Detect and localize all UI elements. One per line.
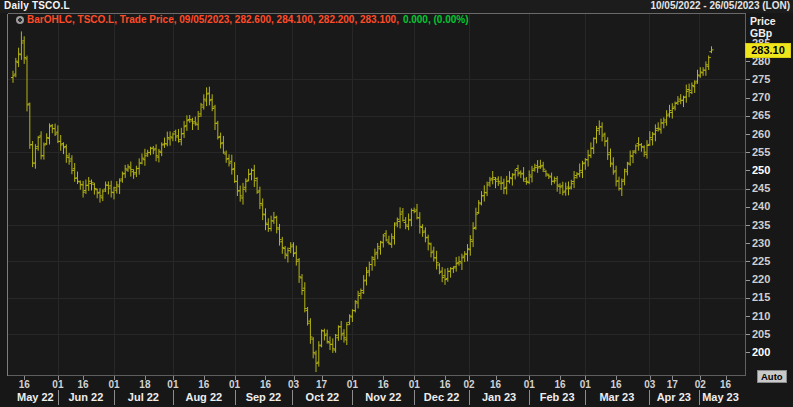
x-axis-day-tick: 17: [667, 379, 678, 390]
x-axis-month-label: May 23: [702, 391, 739, 403]
x-axis-day-tick: 16: [19, 379, 30, 390]
x-axis-day-tick: 01: [108, 379, 119, 390]
x-axis-month-label: Oct 22: [306, 391, 340, 403]
annotation-circle-icon: [16, 16, 24, 24]
x-axis-day-tick: 16: [554, 379, 565, 390]
x-axis-day-tick: 01: [229, 379, 240, 390]
y-axis-tick-label: 260: [752, 128, 770, 141]
y-axis-tick-label: 205: [752, 328, 770, 341]
x-axis-month-label: Feb 23: [540, 391, 575, 403]
x-axis-month-label: Jan 23: [482, 391, 516, 403]
y-axis-tick-label: 235: [752, 219, 770, 232]
y-axis-tick-label: 200: [752, 346, 770, 359]
x-axis-day-tick: 17: [316, 379, 327, 390]
x-axis-day-tick: 01: [52, 379, 63, 390]
title-bar: Daily TSCO.L 10/05/2022 - 26/05/2023 (LO…: [0, 0, 793, 13]
y-axis-tick-label: 255: [752, 146, 770, 159]
chart-legend[interactable]: BarOHLC, TSCO.L, Trade Price, 09/05/2023…: [16, 14, 469, 25]
x-axis-day-tick: 16: [260, 379, 271, 390]
x-axis-day-tick: 16: [720, 379, 731, 390]
x-axis-day-tick: 01: [524, 379, 535, 390]
x-axis-day-tick: 16: [378, 379, 389, 390]
y-axis-tick-label: 220: [752, 273, 770, 286]
x-axis-day-tick: 01: [167, 379, 178, 390]
x-axis-day-tick: 01: [580, 379, 591, 390]
x-axis-day-tick: 16: [78, 379, 89, 390]
chart-title: Daily TSCO.L: [4, 0, 70, 11]
legend-change-text: 0.000, (0.00%): [403, 14, 469, 25]
y-axis-tick-label: 270: [752, 91, 770, 104]
x-axis-day-tick: 16: [611, 379, 622, 390]
y-axis-tick-label: 265: [752, 109, 770, 122]
x-axis-day-tick: 02: [463, 379, 474, 390]
x-axis-month-label: Mar 23: [599, 391, 634, 403]
x-axis-month-label: May 22: [17, 391, 54, 403]
auto-scale-button[interactable]: Auto: [757, 370, 787, 383]
y-axis-tick-label: 275: [752, 73, 770, 86]
axis-header: Price GBp: [750, 15, 776, 39]
x-axis-month-label: Jun 22: [68, 391, 103, 403]
x-axis-day-tick: 16: [439, 379, 450, 390]
x-axis-day-tick: 03: [644, 379, 655, 390]
x-axis-day-tick: 01: [409, 379, 420, 390]
x-axis-month-label: Dec 22: [424, 391, 459, 403]
x-axis-day-tick: 16: [490, 379, 501, 390]
y-axis-tick-label: 230: [752, 237, 770, 250]
x-axis-month-label: Aug 22: [185, 391, 222, 403]
x-axis-day-tick: 18: [139, 379, 150, 390]
legend-series-text[interactable]: BarOHLC, TSCO.L, Trade Price, 09/05/2023…: [27, 14, 399, 25]
y-axis-tick-label: 210: [752, 310, 770, 323]
x-axis-day-tick: 01: [347, 379, 358, 390]
chart-window: Daily TSCO.L 10/05/2022 - 26/05/2023 (LO…: [0, 0, 793, 407]
y-axis-tick-label: 225: [752, 255, 770, 268]
axis-price-label: Price: [750, 15, 776, 27]
x-axis-month-label: Apr 23: [657, 391, 691, 403]
x-axis-month-label: Sep 22: [246, 391, 281, 403]
plot-background[interactable]: [8, 14, 746, 376]
chart-date-range: 10/05/2022 - 26/05/2023 (LON): [650, 0, 790, 11]
x-axis-day-tick: 16: [198, 379, 209, 390]
y-axis-tick-label: 245: [752, 182, 770, 195]
y-axis-tick-label: 215: [752, 291, 770, 304]
last-price-tag: 283.10: [745, 43, 791, 58]
x-axis-day-tick: 02: [695, 379, 706, 390]
y-axis-tick-label: 250: [752, 164, 770, 177]
x-axis-month-label: Jul 22: [128, 391, 159, 403]
price-chart-canvas[interactable]: [0, 0, 793, 407]
x-axis-day-tick: 03: [288, 379, 299, 390]
y-axis-tick-label: 240: [752, 200, 770, 213]
x-axis-month-label: Nov 22: [365, 391, 401, 403]
